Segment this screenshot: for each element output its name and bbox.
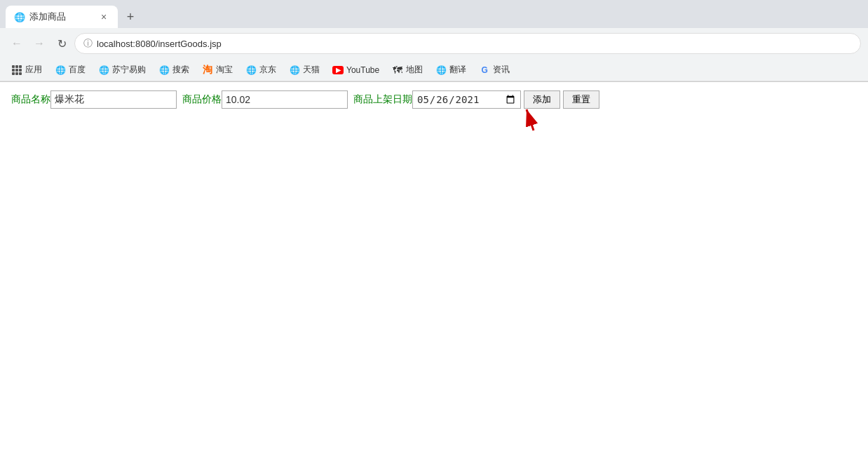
bookmark-zixun-label: 资讯 [493,64,510,76]
globe-icon: 🌐 [158,65,170,76]
refresh-button[interactable]: ↻ [52,34,72,53]
price-input[interactable] [222,90,348,109]
bookmark-fanyi-label: 翻译 [449,64,466,76]
bookmark-fanyi[interactable]: 🌐 翻译 [430,62,472,78]
bookmark-jingdong[interactable]: 🌐 京东 [240,62,282,78]
bookmark-taobao-label: 淘宝 [216,64,233,76]
add-button[interactable]: 添加 [524,90,560,109]
google-icon: G [479,65,490,76]
forward-button[interactable]: → [29,34,49,53]
bookmark-youtube[interactable]: ▶ YouTube [327,62,385,78]
address-bar: ← → ↻ ⓘ localhost:8080/insertGoods.jsp [0,28,868,59]
globe-icon: 🌐 [289,65,300,76]
bookmark-jingdong-label: 京东 [259,64,276,76]
bookmarks-bar: 应用 🌐 百度 🌐 苏宁易购 🌐 搜索 淘 淘宝 🌐 京东 🌐 [0,59,868,81]
date-label: 商品上架日期 [353,93,412,106]
bookmark-sousuo[interactable]: 🌐 搜索 [153,62,195,78]
browser-chrome: 🌐 添加商品 × + ← → ↻ ⓘ localhost:8080/insert… [0,0,868,82]
bookmark-taobao[interactable]: 淘 淘宝 [196,62,238,78]
bookmark-suning-label: 苏宁易购 [112,64,146,76]
tab-title: 添加商品 [29,11,66,23]
bookmark-zixun[interactable]: G 资讯 [473,62,515,78]
url-address: localhost:8080/insertGoods.jsp [97,39,852,49]
map-icon: 🗺 [392,65,403,76]
grid-icon [11,65,22,76]
bookmark-suning[interactable]: 🌐 苏宁易购 [93,62,151,78]
bookmark-yingyong[interactable]: 应用 [6,62,48,78]
globe-icon: 🌐 [55,65,66,76]
svg-line-1 [527,109,534,130]
bookmark-ditu[interactable]: 🗺 地图 [386,62,428,78]
bookmark-baidu-label: 百度 [69,64,86,76]
date-input[interactable] [412,90,521,109]
active-tab[interactable]: 🌐 添加商品 × [6,6,118,28]
url-protocol-icon: ⓘ [83,37,93,50]
back-button[interactable]: ← [7,34,27,53]
tab-bar: 🌐 添加商品 × + [0,0,868,28]
new-tab-button[interactable]: + [121,7,140,27]
reset-button[interactable]: 重置 [563,90,599,109]
globe-icon: 🌐 [245,65,257,76]
tab-favicon: 🌐 [14,11,25,22]
globe-icon: 🌐 [435,65,447,76]
page-content: 商品名称 商品价格 商品上架日期 添加 重置 [0,82,868,433]
bookmark-yingyong-label: 应用 [25,64,42,76]
taobao-icon: 淘 [202,65,213,76]
bookmark-youtube-label: YouTube [346,65,379,75]
name-input[interactable] [50,90,177,109]
bookmark-tianmao[interactable]: 🌐 天猫 [283,62,325,78]
youtube-icon: ▶ [332,65,344,76]
url-bar[interactable]: ⓘ localhost:8080/insertGoods.jsp [74,33,861,54]
globe-icon: 🌐 [98,65,109,76]
name-label: 商品名称 [11,93,50,106]
price-label: 商品价格 [182,93,222,106]
bookmark-ditu-label: 地图 [406,64,423,76]
bookmark-sousuo-label: 搜索 [172,64,189,76]
bookmark-tianmao-label: 天猫 [303,64,320,76]
bookmark-baidu[interactable]: 🌐 百度 [49,62,91,78]
tab-close-button[interactable]: × [98,11,109,22]
insert-goods-form: 商品名称 商品价格 商品上架日期 添加 重置 [11,90,857,109]
